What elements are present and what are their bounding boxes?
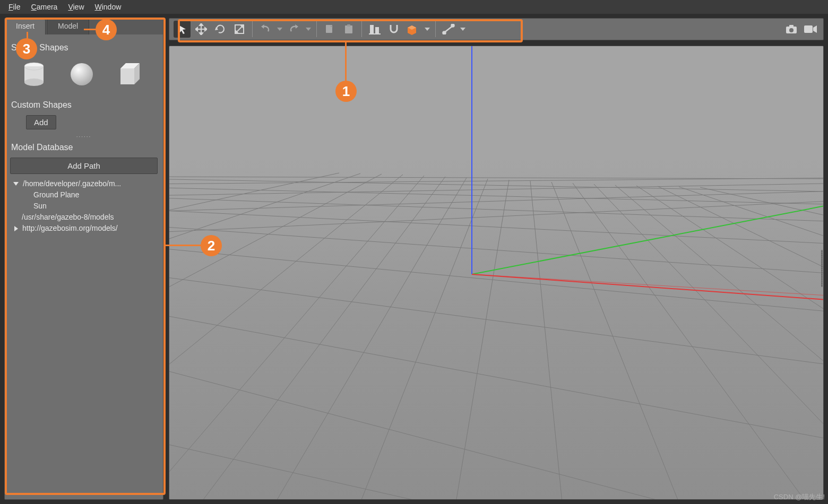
svg-line-72 — [169, 173, 360, 248]
shape-sphere[interactable] — [68, 61, 95, 88]
tree-item-path2[interactable]: /usr/share/gazebo-8/models — [10, 212, 158, 223]
axis-y — [472, 205, 824, 274]
svg-line-62 — [573, 183, 806, 500]
svg-marker-13 — [205, 28, 207, 31]
svg-line-63 — [594, 184, 824, 428]
svg-line-49 — [169, 364, 824, 500]
axis-x — [472, 274, 824, 300]
svg-line-60 — [530, 181, 562, 500]
viewport-resize-handle[interactable] — [821, 250, 823, 287]
menu-window[interactable]: Window — [90, 2, 127, 12]
svg-marker-5 — [120, 68, 134, 84]
panel-divider: ······ — [10, 134, 158, 140]
tree-item-path1[interactable]: /home/developer/.gazebo/m... — [10, 178, 158, 189]
chevron-right-icon — [14, 226, 18, 231]
svg-marker-21 — [306, 28, 311, 31]
menu-view[interactable]: View — [63, 2, 89, 12]
add-path-button[interactable]: Add Path — [10, 158, 158, 174]
svg-marker-31 — [425, 28, 430, 31]
simple-shapes-title: Simple Shapes — [11, 43, 157, 53]
svg-line-55 — [169, 177, 824, 179]
svg-line-44 — [169, 210, 824, 244]
move-tool[interactable] — [193, 21, 210, 38]
panel-tabs: Insert Model — [5, 19, 163, 34]
tab-model[interactable]: Model — [47, 19, 89, 34]
undo-dropdown[interactable] — [276, 21, 283, 38]
toolbar — [169, 18, 824, 40]
svg-marker-19 — [277, 28, 282, 31]
joint-tool[interactable] — [404, 21, 421, 38]
svg-rect-24 — [345, 25, 352, 33]
watermark: CSDN @喵先生! — [774, 492, 825, 502]
shape-cylinder[interactable] — [21, 61, 47, 88]
svg-marker-20 — [295, 24, 298, 29]
svg-point-33 — [443, 32, 446, 34]
record-button[interactable] — [802, 21, 819, 38]
model-tree: /home/developer/.gazebo/m... Ground Plan… — [10, 178, 158, 234]
select-tool[interactable] — [174, 21, 191, 38]
svg-line-56 — [201, 177, 445, 500]
svg-rect-39 — [804, 25, 813, 33]
svg-line-74 — [472, 274, 824, 296]
svg-line-57 — [275, 178, 467, 500]
snap-tool[interactable] — [385, 21, 402, 38]
svg-line-59 — [456, 180, 509, 500]
redo-button[interactable] — [286, 21, 303, 38]
svg-rect-37 — [789, 25, 794, 27]
grid-render — [169, 46, 824, 500]
svg-line-61 — [551, 182, 679, 500]
svg-rect-25 — [347, 24, 350, 27]
svg-point-38 — [789, 28, 794, 32]
screenshot-button[interactable] — [783, 21, 800, 38]
svg-point-4 — [71, 63, 93, 85]
svg-marker-10 — [200, 23, 203, 25]
svg-rect-26 — [370, 25, 374, 33]
paste-button[interactable] — [340, 21, 357, 38]
custom-shapes-title: Custom Shapes — [11, 100, 157, 110]
align-tool[interactable] — [366, 21, 383, 38]
undo-button[interactable] — [257, 21, 274, 38]
link-dropdown[interactable] — [459, 21, 467, 38]
svg-line-69 — [169, 176, 424, 500]
tree-item-sun[interactable]: Sun — [10, 201, 158, 212]
tree-item-path3[interactable]: http://gazebosim.org/models/ — [10, 223, 158, 234]
chevron-down-icon — [13, 182, 19, 186]
svg-marker-11 — [200, 33, 203, 35]
menu-bar: File Camera View Window — [0, 0, 828, 14]
menu-file[interactable]: File — [3, 2, 26, 12]
link-tool[interactable] — [440, 21, 457, 38]
svg-marker-40 — [813, 25, 817, 33]
svg-line-58 — [360, 179, 488, 500]
redo-dropdown[interactable] — [305, 21, 312, 38]
viewport-3d[interactable] — [169, 46, 824, 500]
shape-box[interactable] — [116, 61, 143, 88]
svg-line-45 — [169, 225, 824, 273]
copy-button[interactable] — [321, 21, 338, 38]
svg-marker-12 — [195, 28, 197, 31]
svg-marker-18 — [261, 24, 264, 29]
add-custom-button[interactable]: Add — [26, 115, 56, 129]
scale-tool[interactable] — [231, 21, 248, 38]
left-panel: Insert Model Simple Shapes Custom Shapes… — [4, 18, 163, 500]
model-database-title: Model Database — [11, 143, 157, 152]
svg-point-34 — [452, 24, 454, 27]
joint-dropdown[interactable] — [424, 21, 431, 38]
menu-camera[interactable]: Camera — [26, 2, 63, 12]
svg-line-47 — [169, 274, 824, 364]
tree-item-ground[interactable]: Ground Plane — [10, 189, 158, 201]
svg-point-2 — [24, 79, 44, 86]
rotate-tool[interactable] — [212, 21, 229, 38]
svg-marker-35 — [460, 28, 465, 31]
svg-line-48 — [169, 311, 824, 439]
svg-rect-27 — [375, 27, 379, 33]
tab-insert[interactable]: Insert — [5, 19, 46, 34]
